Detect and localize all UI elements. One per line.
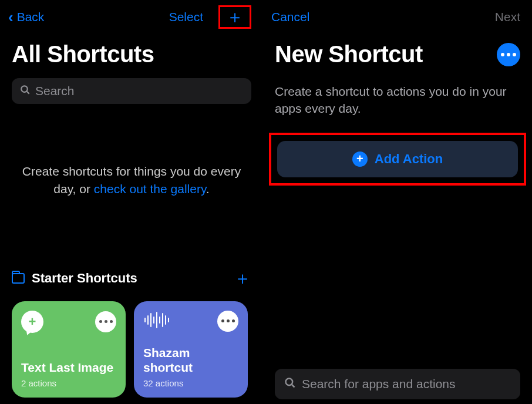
svg-point-0: [21, 86, 28, 92]
shortcut-card-text-last-image[interactable]: + Text Last Image 2 actions: [12, 301, 126, 398]
actions-search-input[interactable]: Search for apps and actions: [275, 369, 520, 399]
ellipsis-icon: [501, 53, 516, 56]
new-shortcut-description: Create a shortcut to actions you do in y…: [263, 75, 532, 117]
search-placeholder: Search: [35, 84, 75, 98]
right-title-row: New Shortcut: [263, 33, 532, 75]
new-shortcut-panel: Cancel Next New Shortcut Create a shortc…: [263, 0, 532, 404]
card-title: Text Last Image: [21, 360, 116, 375]
cancel-button[interactable]: Cancel: [271, 10, 309, 24]
select-button[interactable]: Select: [169, 10, 203, 24]
left-top-actions: Select ＋: [169, 5, 251, 29]
card-title: Shazam shortcut: [143, 345, 238, 375]
back-label: Back: [17, 10, 45, 24]
card-more-button[interactable]: [217, 311, 238, 332]
plus-icon[interactable]: ＋: [226, 8, 244, 26]
actions-search-placeholder: Search for apps and actions: [302, 377, 456, 391]
add-action-button[interactable]: + Add Action: [277, 141, 518, 177]
card-subtitle: 32 actions: [143, 378, 238, 388]
add-starter-button[interactable]: ＋: [234, 267, 251, 291]
left-top-bar: ‹ Back Select ＋: [0, 0, 263, 33]
card-top: +: [21, 311, 116, 333]
gallery-link[interactable]: check out the gallery: [94, 182, 206, 196]
right-top-bar: Cancel Next: [263, 0, 532, 33]
search-icon: [284, 377, 296, 391]
new-shortcut-title: New Shortcut: [275, 41, 423, 68]
search-icon: [20, 85, 31, 98]
folder-icon: [12, 273, 25, 284]
starter-section-left[interactable]: Starter Shortcuts: [12, 271, 137, 286]
empty-suffix: .: [206, 182, 210, 196]
highlight-add-action: + Add Action: [269, 133, 526, 186]
page-title: All Shortcuts: [12, 41, 154, 68]
left-title-row: All Shortcuts: [0, 33, 263, 75]
card-subtitle: 2 actions: [21, 378, 116, 388]
card-top: [143, 311, 238, 332]
more-button[interactable]: [497, 43, 520, 66]
shortcut-card-shazam[interactable]: Shazam shortcut 32 actions: [134, 301, 248, 398]
add-action-label: Add Action: [375, 152, 443, 167]
svg-point-11: [286, 379, 293, 386]
plus-circle-icon: +: [352, 152, 368, 167]
speech-bubble-icon: +: [21, 311, 43, 333]
search-input[interactable]: Search: [12, 78, 251, 104]
all-shortcuts-panel: ‹ Back Select ＋ All Shortcuts Search Cre…: [0, 0, 263, 404]
chevron-left-icon: ‹: [8, 8, 14, 26]
stub-cards: [0, 398, 263, 404]
waveform-icon: [143, 311, 170, 331]
svg-line-12: [292, 385, 295, 388]
starter-section-header: Starter Shortcuts ＋: [0, 267, 263, 291]
card-more-button[interactable]: [95, 311, 116, 332]
empty-state-text: Create shortcuts for things you do every…: [0, 107, 263, 198]
highlight-add-button: ＋: [218, 5, 251, 29]
section-title: Starter Shortcuts: [32, 271, 137, 286]
back-button[interactable]: ‹ Back: [8, 8, 44, 26]
plus-icon: +: [29, 314, 36, 329]
svg-line-1: [26, 91, 29, 94]
shortcut-cards: + Text Last Image 2 actions: [0, 291, 263, 398]
next-button[interactable]: Next: [495, 10, 520, 24]
